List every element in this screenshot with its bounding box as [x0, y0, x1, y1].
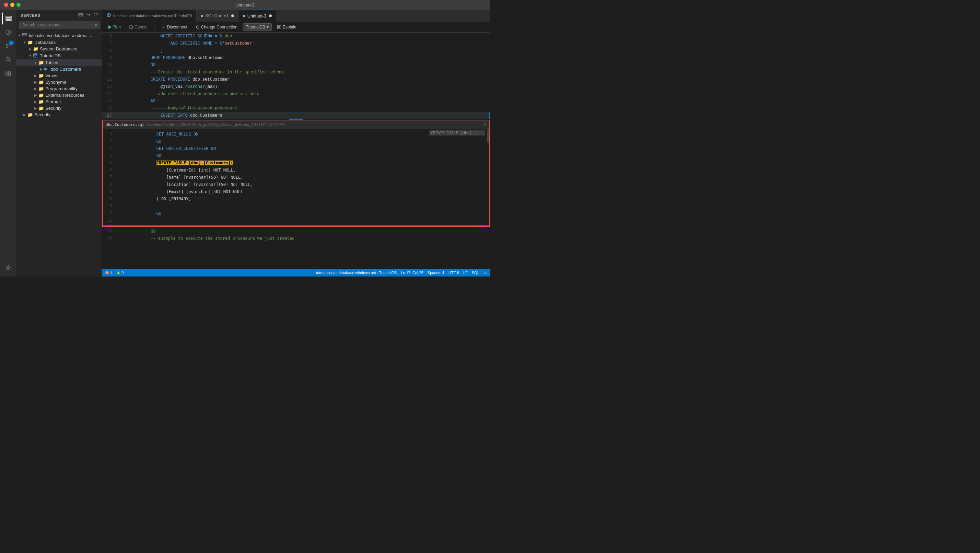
- main-layout: 2 SERVERS: [0, 10, 490, 276]
- svg-rect-20: [22, 33, 26, 34]
- tree-item-tutorialdb[interactable]: ▼ TutorialDB: [16, 52, 102, 59]
- inline-filepath: /var/folders/9p/x5j8hphj42x95f26rn6r_gc4…: [146, 123, 285, 127]
- inline-line-13: 13: [103, 217, 489, 224]
- upper-editor[interactable]: 6 WHERE SPECIFIC_SCHEMA = N dbo 7 AND SP…: [102, 33, 490, 119]
- close-button[interactable]: [4, 3, 8, 7]
- sidebar-header: SERVERS: [16, 10, 102, 21]
- status-bar-left: 1 0: [105, 271, 124, 275]
- git-badge: 2: [9, 40, 14, 45]
- disconnect-icon[interactable]: [86, 12, 91, 18]
- tree-item-databases[interactable]: ▼ 📁 Databases: [16, 39, 102, 46]
- refresh-icon[interactable]: [93, 12, 98, 18]
- activity-extensions[interactable]: [2, 67, 14, 79]
- disconnect-button[interactable]: Disconnect: [159, 24, 190, 30]
- suggestion-tooltip: CREATE TABLE [dbo].[...: [429, 130, 485, 135]
- tab-untitled3[interactable]: ■ Untitled-3: [239, 10, 276, 22]
- table-icon: ⊞: [44, 67, 49, 72]
- tree-item-security-db[interactable]: ▶ 📁 Security: [16, 105, 102, 111]
- tree-item-synonyms[interactable]: ▶ 📁 Synonyms: [16, 79, 102, 86]
- connection-tab: tutorialserver.database.windows.net:Tuto…: [102, 10, 197, 22]
- tab-more-button[interactable]: ···: [478, 13, 490, 18]
- svg-rect-16: [79, 15, 83, 16]
- sidebar-title: SERVERS: [21, 13, 41, 17]
- tree-arrow: ▶: [33, 93, 38, 97]
- activity-servers[interactable]: [2, 12, 14, 25]
- run-icon: [108, 25, 112, 29]
- svg-point-35: [118, 273, 119, 274]
- tree-item-external-resources[interactable]: ▶ 📁 External Resources: [16, 92, 102, 99]
- tab-label-sqlquery1: SQLQuery1: [205, 13, 229, 18]
- svg-rect-26: [130, 26, 132, 29]
- run-button[interactable]: Run: [105, 24, 124, 30]
- svg-point-4: [6, 44, 8, 45]
- editor-area: tutorialserver.database.windows.net:Tuto…: [102, 10, 490, 276]
- tree-item-server[interactable]: ▼ tutorialserver.database.windows....: [16, 32, 102, 39]
- folder-icon: 📁: [38, 73, 44, 78]
- warning-icon: [116, 271, 121, 275]
- tree-item-customers[interactable]: ▶ ⊞ dbo.Customers: [16, 66, 102, 72]
- chevron-down-icon: ▾: [267, 25, 269, 30]
- security-db-label: Security: [45, 106, 61, 111]
- tree-item-tables[interactable]: ▼ 📁 Tables: [16, 59, 102, 66]
- programmability-label: Programmability: [45, 86, 78, 91]
- titlebar: Untitled-3: [0, 0, 490, 10]
- scrollbar-track[interactable]: [487, 129, 489, 226]
- activity-history[interactable]: [2, 26, 14, 38]
- tree-item-storage[interactable]: ▶ 📁 Storage: [16, 99, 102, 105]
- editor-toolbar: Run Cancel Disconnect: [102, 22, 490, 33]
- search-input[interactable]: [19, 21, 100, 29]
- svg-point-14: [7, 267, 9, 269]
- activity-git[interactable]: 2: [2, 40, 14, 52]
- tree-item-views[interactable]: ▶ 📁 Views: [16, 72, 102, 79]
- db-selector[interactable]: TutorialDB ▾: [243, 23, 272, 31]
- tree-arrow: ▶: [22, 113, 27, 117]
- lower-editor[interactable]: 18 GO 19 -- example to execute the store…: [102, 227, 490, 269]
- scrollbar-thumb[interactable]: [487, 129, 489, 143]
- language-mode[interactable]: SQL: [472, 271, 479, 275]
- disconnect-icon: [161, 25, 165, 29]
- activity-search[interactable]: [2, 54, 14, 66]
- explain-icon: [277, 25, 282, 29]
- cursor-position[interactable]: Ln 17, Col 25: [401, 271, 423, 275]
- tree-item-security-top[interactable]: ▶ 📁 Security: [16, 111, 102, 118]
- svg-point-8: [6, 58, 10, 61]
- error-count[interactable]: 1: [105, 271, 112, 275]
- change-connection-button[interactable]: Change Connection: [193, 24, 240, 30]
- maximize-button[interactable]: [16, 3, 21, 7]
- disconnect-label: Disconnect: [167, 25, 187, 30]
- storage-label: Storage: [45, 99, 61, 104]
- line-ending[interactable]: LF: [463, 271, 468, 275]
- encoding[interactable]: UTF-8: [449, 271, 459, 275]
- tree-item-programmability[interactable]: ▶ 📁 Programmability: [16, 86, 102, 92]
- server-icon: [22, 33, 27, 38]
- svg-rect-13: [9, 74, 11, 76]
- tree-arrow: ▶: [33, 80, 38, 84]
- sql-file-icon-2: ■: [243, 13, 245, 18]
- search-clear-icon[interactable]: ×: [95, 22, 97, 28]
- upper-code-lines: 6 WHERE SPECIFIC_SCHEMA = N dbo 7 AND SP…: [102, 33, 490, 119]
- smiley-icon: ☺: [484, 271, 487, 275]
- indentation[interactable]: Spaces: 4: [428, 271, 444, 275]
- explain-button[interactable]: Explain: [275, 24, 299, 30]
- tree-arrow: ▼: [27, 54, 33, 58]
- svg-rect-10: [6, 71, 8, 73]
- change-connection-label: Change Connection: [201, 25, 237, 30]
- tables-label: Tables: [45, 60, 58, 65]
- activity-settings[interactable]: [2, 261, 14, 274]
- tab-sqlquery1[interactable]: ■ SQLQuery1: [197, 10, 239, 22]
- error-icon: [105, 271, 109, 275]
- folder-icon: 📁: [27, 40, 33, 45]
- folder-icon: 📁: [38, 86, 44, 91]
- server-label: tutorialserver.database.windows....: [29, 33, 92, 38]
- tree-item-system-dbs[interactable]: ▶ 📁 System Databases: [16, 46, 102, 52]
- cancel-button[interactable]: Cancel: [126, 24, 150, 30]
- search-box[interactable]: ×: [19, 21, 100, 29]
- inline-code-lines: 1 SET ANSI_NULLS ON 2 GO: [103, 129, 489, 226]
- sql-file-icon: ■: [201, 13, 203, 18]
- new-connection-icon[interactable]: [78, 12, 83, 18]
- minimize-button[interactable]: [10, 3, 14, 7]
- svg-rect-11: [9, 71, 11, 73]
- warning-count[interactable]: 0: [116, 271, 124, 275]
- inline-filename: dbo.Customers.sql: [106, 122, 145, 127]
- database-icon: [33, 53, 38, 59]
